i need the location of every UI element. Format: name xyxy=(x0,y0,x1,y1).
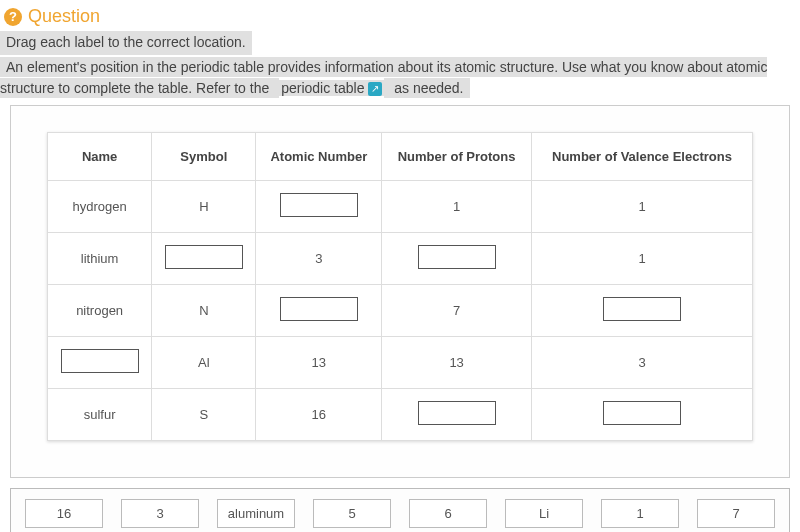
cell-valence: 3 xyxy=(531,336,752,388)
col-symbol: Symbol xyxy=(152,132,256,180)
cell-protons xyxy=(382,232,532,284)
cell-symbol xyxy=(152,232,256,284)
question-mark-icon: ? xyxy=(4,8,22,26)
question-header: ? Question xyxy=(0,0,800,31)
draggable-label[interactable]: 7 xyxy=(697,499,775,528)
draggable-label[interactable]: 5 xyxy=(313,499,391,528)
col-protons: Number of Protons xyxy=(382,132,532,180)
periodic-table-link[interactable]: periodic table ↗ xyxy=(279,80,384,96)
cell-protons: 7 xyxy=(382,284,532,336)
draggable-label[interactable]: 6 xyxy=(409,499,487,528)
cell-symbol: Al xyxy=(152,336,256,388)
cell-atomic: 16 xyxy=(256,388,382,440)
drop-slot[interactable] xyxy=(280,193,358,217)
drop-slot[interactable] xyxy=(603,401,681,425)
instruction-line-2: An element's position in the periodic ta… xyxy=(0,57,800,99)
drop-slot[interactable] xyxy=(418,401,496,425)
cell-valence: 1 xyxy=(531,180,752,232)
col-valence: Number of Valence Electrons xyxy=(531,132,752,180)
elements-table: Name Symbol Atomic Number Number of Prot… xyxy=(47,132,753,441)
cell-atomic xyxy=(256,284,382,336)
instruction-line-1: Drag each label to the correct location. xyxy=(0,31,800,57)
cell-name: sulfur xyxy=(48,388,152,440)
cell-protons xyxy=(382,388,532,440)
cell-name: nitrogen xyxy=(48,284,152,336)
cell-valence xyxy=(531,284,752,336)
cell-valence xyxy=(531,388,752,440)
table-header-row: Name Symbol Atomic Number Number of Prot… xyxy=(48,132,753,180)
table-panel: Name Symbol Atomic Number Number of Prot… xyxy=(10,105,790,478)
draggable-label[interactable]: aluminum xyxy=(217,499,295,528)
col-atomic: Atomic Number xyxy=(256,132,382,180)
table-row: lithium31 xyxy=(48,232,753,284)
draggable-label[interactable]: 1 xyxy=(601,499,679,528)
table-row: nitrogenN7 xyxy=(48,284,753,336)
external-link-icon: ↗ xyxy=(368,82,382,96)
drop-slot[interactable] xyxy=(280,297,358,321)
drop-slot[interactable] xyxy=(165,245,243,269)
cell-protons: 13 xyxy=(382,336,532,388)
draggable-label[interactable]: 3 xyxy=(121,499,199,528)
cell-valence: 1 xyxy=(531,232,752,284)
table-row: sulfurS16 xyxy=(48,388,753,440)
draggable-label[interactable]: 16 xyxy=(25,499,103,528)
page-title: Question xyxy=(28,6,100,27)
table-row: Al13133 xyxy=(48,336,753,388)
cell-symbol: H xyxy=(152,180,256,232)
drop-slot[interactable] xyxy=(603,297,681,321)
cell-name: hydrogen xyxy=(48,180,152,232)
col-name: Name xyxy=(48,132,152,180)
drop-slot[interactable] xyxy=(418,245,496,269)
cell-protons: 1 xyxy=(382,180,532,232)
cell-name: lithium xyxy=(48,232,152,284)
cell-symbol: S xyxy=(152,388,256,440)
draggable-labels-bar: 163aluminum56Li17 xyxy=(10,488,790,532)
cell-symbol: N xyxy=(152,284,256,336)
drop-slot[interactable] xyxy=(61,349,139,373)
cell-atomic: 13 xyxy=(256,336,382,388)
cell-atomic: 3 xyxy=(256,232,382,284)
cell-name xyxy=(48,336,152,388)
table-row: hydrogenH11 xyxy=(48,180,753,232)
draggable-label[interactable]: Li xyxy=(505,499,583,528)
cell-atomic xyxy=(256,180,382,232)
